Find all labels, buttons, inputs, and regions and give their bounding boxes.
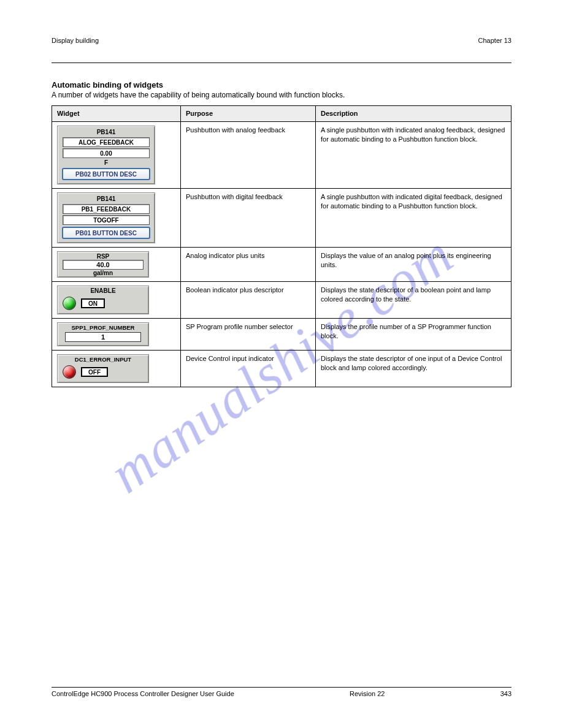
- desc-cell: A single pushbutton with indicated digit…: [316, 189, 511, 248]
- analog-units-panel: RSP 40.0 gal/mn: [57, 251, 149, 278]
- lamp-row: ON: [60, 295, 146, 311]
- section-body: A number of widgets have the capability …: [52, 91, 511, 99]
- table-row: SPP1_PROF_NUMBER 1 SP Program profile nu…: [52, 319, 511, 351]
- col-header-purpose: Purpose: [181, 106, 316, 122]
- footer-revision: Revision 22: [350, 690, 385, 697]
- widgets-table: Widget Purpose Description PB141 ALOG_FE…: [52, 105, 511, 387]
- purpose-cell: Boolean indicator plus descriptor: [181, 282, 316, 319]
- state-value: ON: [81, 298, 105, 308]
- widget-cell: PB141 ALOG_FEEDBACK 0.00 F PB02 BUTTON D…: [52, 122, 181, 189]
- panel-title: ENABLE: [60, 287, 146, 294]
- desc-cell: Displays the state descriptor of a boole…: [316, 282, 511, 319]
- bool-lamp-panel: DC1_ERROR_INPUT OFF: [57, 354, 149, 383]
- header-rule: [52, 63, 511, 63]
- state-value: OFF: [81, 367, 108, 377]
- panel-title: SPP1_PROF_NUMBER: [60, 324, 146, 331]
- table-row: PB141 ALOG_FEEDBACK 0.00 F PB02 BUTTON D…: [52, 122, 511, 189]
- pb02-button[interactable]: PB02 BUTTON DESC: [62, 168, 150, 180]
- table-row: PB141 PB1_FEEDBACK TOGOFF PB01 BUTTON DE…: [52, 189, 511, 248]
- widget-cell: PB141 PB1_FEEDBACK TOGOFF PB01 BUTTON DE…: [52, 189, 181, 248]
- table-row: DC1_ERROR_INPUT OFF Device Control input…: [52, 351, 511, 387]
- status-lamp-icon: [63, 365, 76, 379]
- widget-cell: SPP1_PROF_NUMBER 1: [52, 319, 181, 351]
- widget-cell: DC1_ERROR_INPUT OFF: [52, 351, 181, 387]
- pb-digital-panel: PB141 PB1_FEEDBACK TOGOFF PB01 BUTTON DE…: [57, 192, 155, 243]
- page: Display building Chapter 13 Automatic bi…: [0, 0, 563, 728]
- numeric-panel: SPP1_PROF_NUMBER 1: [57, 322, 149, 346]
- header-left: Display building: [52, 37, 99, 44]
- analog-value: 0.00: [63, 148, 150, 158]
- desc-cell: Displays the profile number of a SP Prog…: [316, 319, 511, 351]
- pb01-button[interactable]: PB01 BUTTON DESC: [62, 227, 150, 239]
- feedback-label: PB1_FEEDBACK: [63, 204, 150, 214]
- unit-label: F: [60, 159, 152, 166]
- purpose-cell: Analog indicator plus units: [181, 248, 316, 282]
- panel-title: PB141: [60, 129, 152, 135]
- analog-value: 40.0: [63, 260, 144, 270]
- col-header-desc: Description: [316, 106, 511, 122]
- lamp-row: OFF: [60, 364, 146, 380]
- widget-cell: RSP 40.0 gal/mn: [52, 248, 181, 282]
- panel-title: PB141: [60, 195, 152, 202]
- feedback-label: ALOG_FEEDBACK: [63, 137, 150, 147]
- desc-cell: Displays the state descriptor of one inp…: [316, 351, 511, 387]
- purpose-cell: SP Program profile number selector: [181, 319, 316, 351]
- pb-analog-panel: PB141 ALOG_FEEDBACK 0.00 F PB02 BUTTON D…: [57, 126, 155, 184]
- widget-cell: ENABLE ON: [52, 282, 181, 319]
- unit-label: gal/mn: [60, 270, 146, 276]
- panel-title: DC1_ERROR_INPUT: [60, 356, 146, 363]
- panel-title: RSP: [60, 253, 146, 260]
- footer-page-number: 343: [500, 690, 511, 697]
- section-title: Automatic binding of widgets: [52, 80, 511, 89]
- table-row: RSP 40.0 gal/mn Analog indicator plus un…: [52, 248, 511, 282]
- digital-state: TOGOFF: [63, 215, 150, 225]
- desc-cell: A single pushbutton with indicated analo…: [316, 122, 511, 189]
- header-right: Chapter 13: [478, 37, 511, 44]
- numeric-value[interactable]: 1: [65, 332, 141, 342]
- col-header-widget: Widget: [52, 106, 181, 122]
- desc-cell: Displays the value of an analog point pl…: [316, 248, 511, 282]
- table-row: ENABLE ON Boolean indicator plus descrip…: [52, 282, 511, 319]
- purpose-cell: Pushbutton with analog feedback: [181, 122, 316, 189]
- running-header: Display building Chapter 13: [52, 37, 511, 44]
- purpose-cell: Device Control input indicator: [181, 351, 316, 387]
- page-footer: ControlEdge HC900 Process Controller Des…: [52, 687, 511, 697]
- footer-doc-title: ControlEdge HC900 Process Controller Des…: [52, 690, 234, 697]
- bool-lamp-panel: ENABLE ON: [57, 286, 149, 314]
- purpose-cell: Pushbutton with digital feedback: [181, 189, 316, 248]
- status-lamp-icon: [63, 297, 76, 310]
